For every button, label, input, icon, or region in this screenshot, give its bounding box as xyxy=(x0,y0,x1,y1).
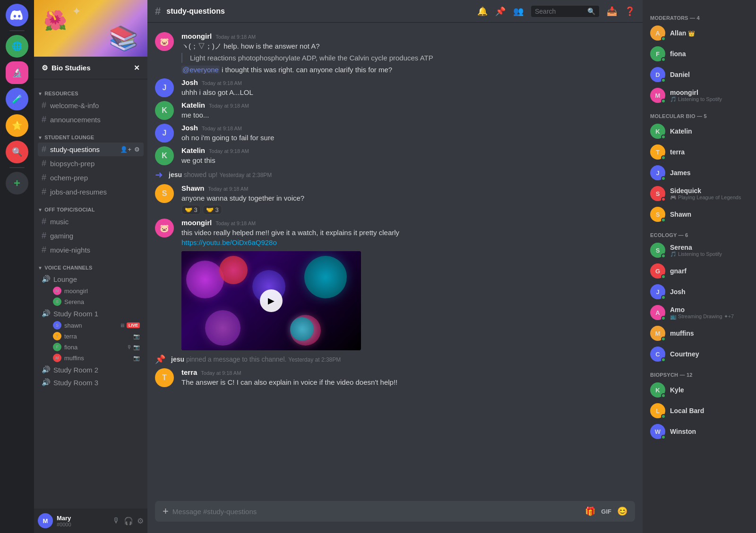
members-icon[interactable]: 👥 xyxy=(513,6,524,17)
play-button[interactable]: ▶ xyxy=(260,289,283,312)
settings-channel-icon[interactable]: ⚙ xyxy=(134,146,140,153)
attach-button[interactable]: + xyxy=(163,505,169,517)
status-indicator xyxy=(661,274,666,279)
gif-button[interactable]: GIF xyxy=(601,508,611,515)
member-info: Amo 📺 Streaming Drawing ✦+7 xyxy=(670,306,748,320)
message-timestamp: Today at 9:18 AM xyxy=(209,103,249,109)
channel-ochem-prep[interactable]: # ochem-prep xyxy=(38,171,144,185)
member-james[interactable]: J James xyxy=(646,162,752,183)
category-arrow: ▼ xyxy=(38,265,43,271)
member-local-bard[interactable]: L Local Bard xyxy=(646,400,752,421)
server-icon-3[interactable]: 🧪 xyxy=(6,88,28,110)
message-author[interactable]: Josh xyxy=(181,78,198,86)
member-info: Kyle xyxy=(670,386,748,394)
help-icon[interactable]: ❓ xyxy=(625,6,635,17)
voice-user-serena[interactable]: S Serena xyxy=(38,296,144,307)
member-info: Allan 👑 xyxy=(670,29,748,37)
settings-icon[interactable]: ⚙ xyxy=(137,516,144,525)
server-divider xyxy=(9,30,25,31)
channel-movie-nights[interactable]: # movie-nights xyxy=(38,243,144,257)
pin-icon[interactable]: 📌 xyxy=(495,6,506,17)
message-author[interactable]: Katelin xyxy=(181,146,205,154)
channel-gaming[interactable]: # gaming xyxy=(38,229,144,243)
speaker-icon: 🔊 xyxy=(42,309,51,318)
server-header[interactable]: ⚙ Bio Studies ✕ xyxy=(34,57,147,79)
inbox-icon[interactable]: 📥 xyxy=(607,6,617,17)
voice-study-room-1[interactable]: 🔊 Study Room 1 xyxy=(38,307,144,320)
member-fiona[interactable]: F fiona xyxy=(646,43,752,64)
category-voice[interactable]: ▼ VOICE CHANNELS xyxy=(34,257,147,272)
voice-user-muffins[interactable]: M muffins 📷 xyxy=(38,353,144,363)
message-author[interactable]: moongirl xyxy=(181,32,212,40)
channel-jobs-resumes[interactable]: # jobs-and-resumes xyxy=(38,185,144,199)
voice-user-fiona[interactable]: F fiona 🎙 📷 xyxy=(38,342,144,352)
member-josh[interactable]: J Josh xyxy=(646,281,752,302)
member-terra[interactable]: T terra xyxy=(646,142,752,162)
headphones-icon[interactable]: 🎧 xyxy=(124,516,133,525)
member-info: gnarf xyxy=(670,267,748,275)
server-icon-1[interactable]: 🌐 xyxy=(6,35,28,58)
member-muffins[interactable]: M muffins xyxy=(646,323,752,344)
member-info: Katelin xyxy=(670,127,748,135)
message-row: 🐷 moongirl Today at 9:18 AM this video r… xyxy=(147,217,643,352)
voice-lounge[interactable]: 🔊 Lounge xyxy=(38,273,144,285)
channel-biopsych-prep[interactable]: # biopsych-prep xyxy=(38,157,144,170)
emoji-icon[interactable]: 😊 xyxy=(617,506,627,516)
category-student-lounge[interactable]: ▼ STUDENT LOUNGE xyxy=(34,127,147,142)
message-author[interactable]: Shawn xyxy=(181,184,204,192)
status-indicator xyxy=(661,135,666,139)
gift-icon[interactable]: 🎁 xyxy=(585,506,595,516)
add-member-icon[interactable]: 👤+ xyxy=(120,146,131,153)
mic-icon[interactable]: 🎙 xyxy=(112,516,120,525)
member-kyle[interactable]: K Kyle xyxy=(646,380,752,400)
member-amo[interactable]: A Amo 📺 Streaming Drawing ✦+7 xyxy=(646,302,752,323)
server-banner[interactable]: 🌺 ✦ 📚 xyxy=(34,0,147,57)
video-embed[interactable]: ▶ xyxy=(181,251,361,350)
member-moongirl[interactable]: M moongirl 🎵 Listening to Spotify xyxy=(646,85,752,106)
category-resources[interactable]: ▼ RESOURCES xyxy=(34,83,147,98)
member-daniel[interactable]: D Daniel xyxy=(646,64,752,85)
category-off-topic[interactable]: ▼ OFF TOPIC/SOCIAL xyxy=(34,199,147,214)
avatar: S xyxy=(155,184,174,203)
status-indicator xyxy=(661,435,666,440)
member-katelin[interactable]: K Katelin xyxy=(646,121,752,142)
member-courtney[interactable]: C Courtney xyxy=(646,344,752,364)
voice-user-shawn[interactable]: S shawn 🖥 LIVE xyxy=(38,320,144,330)
server-icon-4[interactable]: ⭐ xyxy=(6,114,28,137)
message-row: K Katelin Today at 9:18 AM me too... xyxy=(147,99,643,122)
channel-study-questions[interactable]: # study-questions 👤+ ⚙ xyxy=(38,143,144,156)
member-winston[interactable]: W Winston xyxy=(646,421,752,442)
member-sidequick[interactable]: S Sidequick 🎮 Playing League of Legends xyxy=(646,183,752,204)
member-serena[interactable]: S Serena 🎵 Listening to Spotify xyxy=(646,240,752,261)
avatar: W xyxy=(650,424,665,439)
reaction-1[interactable]: 🤝 3 xyxy=(181,205,201,215)
message-author[interactable]: Katelin xyxy=(181,101,205,109)
member-allan[interactable]: A Allan 👑 xyxy=(646,23,752,43)
reaction-2[interactable]: 🤝 3 xyxy=(203,205,222,215)
voice-user-terra[interactable]: T terra 📷 xyxy=(38,331,144,341)
member-gnarf[interactable]: G gnarf xyxy=(646,261,752,281)
message-input[interactable] xyxy=(172,502,581,521)
message-row: S Shawn Today at 9:18 AM anyone wanna st… xyxy=(147,182,643,217)
video-link[interactable]: https://youtu.be/OiDx6aQ928o xyxy=(181,238,277,246)
message-author[interactable]: Josh xyxy=(181,124,198,132)
avatar: J xyxy=(155,78,174,97)
message-author[interactable]: moongirl xyxy=(181,219,212,227)
voice-study-room-2[interactable]: 🔊 Study Room 2 xyxy=(38,364,144,376)
channel-welcome-info[interactable]: # welcome-&-info xyxy=(38,99,144,112)
voice-user-moongirl[interactable]: M moongirl xyxy=(38,286,144,296)
server-icon-2[interactable]: 🔬 xyxy=(6,61,28,84)
channel-announcements[interactable]: # announcements xyxy=(38,113,144,127)
search-bar[interactable]: Search 🔍 xyxy=(531,6,599,17)
channel-music[interactable]: # music xyxy=(38,215,144,228)
channel-name: ochem-prep xyxy=(50,174,88,182)
voice-channel-name: Study Room 1 xyxy=(53,310,98,318)
member-shawn[interactable]: S Shawn xyxy=(646,204,752,225)
channel-name: welcome-&-info xyxy=(50,102,99,110)
server-icon-5[interactable]: 🔍 xyxy=(6,141,28,163)
bell-icon[interactable]: 🔔 xyxy=(477,6,488,17)
add-server-button[interactable]: + xyxy=(6,172,28,195)
message-author[interactable]: terra xyxy=(181,368,197,376)
home-server-icon[interactable] xyxy=(6,4,28,26)
voice-study-room-3[interactable]: 🔊 Study Room 3 xyxy=(38,376,144,389)
